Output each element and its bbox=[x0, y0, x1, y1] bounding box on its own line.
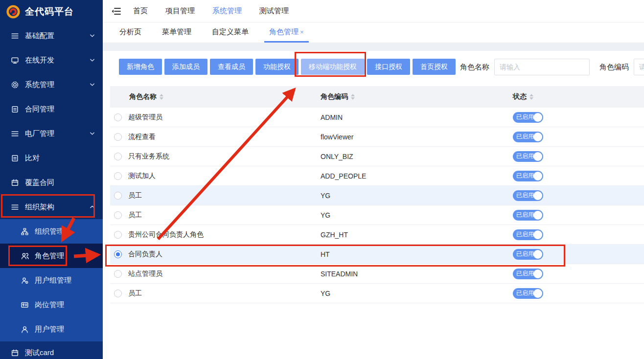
sidebar-subitem-角色管理[interactable]: 角色管理 bbox=[0, 244, 103, 268]
role-code-cell: YG bbox=[321, 211, 513, 219]
status-toggle[interactable]: 已启用 bbox=[513, 249, 543, 260]
role-name-cell: 测试加人 bbox=[110, 172, 321, 180]
table-row-SITEADMIN[interactable]: 站点管理员SITEADMIN已启用 bbox=[110, 264, 644, 284]
sidebar-subitem-用户组管理[interactable]: 用户组管理 bbox=[0, 268, 103, 292]
sidebar-item-系统管理[interactable]: 系统管理 bbox=[0, 72, 103, 97]
sidebar-item-覆盖合同[interactable]: 覆盖合同 bbox=[0, 170, 103, 195]
chevron-down-icon bbox=[90, 58, 95, 63]
sidebar-subitem-用户管理[interactable]: 用户管理 bbox=[0, 317, 103, 341]
filter-label-角色编码: 角色编码 bbox=[599, 63, 629, 72]
table-row-YG[interactable]: 员工YG已启用 bbox=[110, 186, 644, 205]
table-row-YG[interactable]: 员工YG已启用 bbox=[110, 284, 644, 303]
role-name-text: 合同负责人 bbox=[128, 250, 162, 259]
sidebar-item-基础配置[interactable]: 基础配置 bbox=[0, 23, 103, 48]
filter-bar: 角色名称角色编码 bbox=[460, 59, 644, 75]
status-toggle[interactable]: 已启用 bbox=[513, 269, 543, 279]
sort-caret-icon[interactable] bbox=[529, 94, 533, 100]
toolbar-button-移动端功能授权[interactable]: 移动端功能授权 bbox=[301, 59, 365, 75]
sort-caret-icon[interactable] bbox=[160, 94, 163, 100]
table-row-GZH_HT[interactable]: 贵州公司合同负责人角色GZH_HT已启用 bbox=[110, 225, 644, 245]
role-name-text: 站点管理员 bbox=[128, 269, 162, 278]
status-toggle[interactable]: 已启用 bbox=[513, 132, 543, 142]
role-code-cell: ONLY_BIZ bbox=[321, 153, 513, 160]
sidebar-collapse-icon[interactable] bbox=[112, 7, 121, 16]
topnav-link-测试管理[interactable]: 测试管理 bbox=[259, 6, 289, 16]
table-row-ADMIN[interactable]: 超级管理员ADMIN已启用 bbox=[110, 108, 644, 127]
role-name-cell: 贵州公司合同负责人角色 bbox=[110, 230, 321, 239]
sidebar-item-合同管理[interactable]: 合同管理 bbox=[0, 97, 103, 121]
topnav-link-首页[interactable]: 首页 bbox=[133, 6, 148, 16]
sidebar-item-在线开发[interactable]: 在线开发 bbox=[0, 48, 103, 72]
role-code-filter-input[interactable] bbox=[634, 59, 644, 75]
sidebar-item-label: 基础配置 bbox=[25, 31, 54, 41]
tab-角色管理[interactable]: 角色管理× bbox=[264, 22, 309, 43]
sidebar-item-label: 比对 bbox=[25, 154, 40, 163]
status-toggle-label: 已启用 bbox=[513, 152, 534, 160]
sidebar-item-组织架构[interactable]: 组织架构 bbox=[0, 195, 103, 219]
toolbar-button-查看成员[interactable]: 查看成员 bbox=[210, 59, 253, 75]
sidebar-subitem-label: 岗位管理 bbox=[35, 300, 64, 310]
sidebar-item-电厂管理[interactable]: 电厂管理 bbox=[0, 121, 103, 146]
tab-分析页[interactable]: 分析页 bbox=[115, 22, 146, 43]
topnav-link-项目管理[interactable]: 项目管理 bbox=[165, 6, 195, 16]
sidebar-subitem-岗位管理[interactable]: 岗位管理 bbox=[0, 292, 103, 317]
row-radio-button[interactable] bbox=[114, 133, 122, 141]
status-toggle[interactable]: 已启用 bbox=[513, 112, 543, 123]
row-radio-button[interactable] bbox=[114, 270, 122, 278]
row-radio-button[interactable] bbox=[114, 290, 122, 297]
status-toggle[interactable]: 已启用 bbox=[513, 210, 543, 221]
list-icon bbox=[11, 130, 19, 138]
status-cell: 已启用 bbox=[513, 229, 644, 240]
table-row-YG[interactable]: 员工YG已启用 bbox=[110, 205, 644, 225]
monitor-icon bbox=[11, 56, 19, 65]
sidebar-bottom: 测试card bbox=[0, 341, 103, 359]
row-radio-button[interactable] bbox=[114, 192, 122, 200]
sidebar-item-比对[interactable]: 比对 bbox=[0, 146, 103, 170]
chevron-down-icon bbox=[90, 131, 95, 136]
status-toggle[interactable]: 已启用 bbox=[513, 288, 543, 299]
status-toggle[interactable]: 已启用 bbox=[513, 171, 543, 181]
tab-菜单管理[interactable]: 菜单管理 bbox=[157, 22, 196, 43]
role-name-text: 员工 bbox=[128, 191, 142, 200]
role-name-cell: 站点管理员 bbox=[110, 269, 321, 278]
status-toggle[interactable]: 已启用 bbox=[513, 151, 543, 162]
toolbar-button-添加成员[interactable]: 添加成员 bbox=[164, 59, 207, 75]
toolbar-button-接口授权[interactable]: 接口授权 bbox=[367, 59, 410, 75]
row-radio-button[interactable] bbox=[114, 113, 122, 121]
tab-bar: 分析页菜单管理自定义菜单角色管理× bbox=[103, 22, 644, 43]
column-header-角色编码[interactable]: 角色编码 bbox=[321, 92, 513, 101]
role-name-filter-input[interactable] bbox=[494, 59, 590, 75]
brand[interactable]: 全代码平台 bbox=[0, 0, 103, 23]
sidebar-item-测试card[interactable]: 测试card bbox=[0, 341, 103, 359]
sidebar-submenu: 组织管理角色管理用户组管理岗位管理用户管理 bbox=[0, 219, 103, 341]
topnav-links: 首页项目管理系统管理测试管理 bbox=[133, 6, 289, 16]
topnav-link-系统管理[interactable]: 系统管理 bbox=[212, 6, 242, 16]
sort-caret-icon[interactable] bbox=[351, 94, 355, 100]
column-header-角色名称[interactable]: 角色名称 bbox=[110, 92, 321, 101]
tab-close-icon[interactable]: × bbox=[300, 28, 304, 36]
status-toggle[interactable]: 已启用 bbox=[513, 229, 543, 240]
main-area: 首页项目管理系统管理测试管理 分析页菜单管理自定义菜单角色管理× 新增角色添加成… bbox=[103, 0, 644, 359]
status-toggle-label: 已启用 bbox=[513, 133, 534, 141]
status-toggle-knob bbox=[533, 289, 542, 298]
content-gap bbox=[103, 43, 644, 51]
toolbar-button-首页授权[interactable]: 首页授权 bbox=[413, 59, 456, 75]
row-radio-button[interactable] bbox=[114, 250, 122, 258]
sidebar-subitem-组织管理[interactable]: 组织管理 bbox=[0, 219, 103, 244]
chevron-down-icon bbox=[90, 33, 95, 39]
row-radio-button[interactable] bbox=[114, 231, 122, 239]
table-row-flowViewer[interactable]: 流程查看flowViewer已启用 bbox=[110, 127, 644, 147]
row-radio-button[interactable] bbox=[114, 172, 122, 180]
status-toggle[interactable]: 已启用 bbox=[513, 190, 543, 201]
row-radio-button[interactable] bbox=[114, 153, 122, 160]
table-row-ADD_PEOPLE[interactable]: 测试加人ADD_PEOPLE已启用 bbox=[110, 166, 644, 186]
status-toggle-knob bbox=[533, 191, 542, 200]
tab-自定义菜单[interactable]: 自定义菜单 bbox=[207, 22, 253, 43]
column-header-状态[interactable]: 状态 bbox=[513, 92, 644, 101]
table-row-HT[interactable]: 合同负责人HT已启用 bbox=[110, 245, 644, 264]
toolbar-button-新增角色[interactable]: 新增角色 bbox=[119, 59, 162, 75]
table-row-ONLY_BIZ[interactable]: 只有业务系统ONLY_BIZ已启用 bbox=[110, 147, 644, 166]
toolbar-button-功能授权[interactable]: 功能授权 bbox=[255, 59, 299, 75]
row-radio-button[interactable] bbox=[114, 211, 122, 219]
status-toggle-label: 已启用 bbox=[513, 191, 534, 200]
